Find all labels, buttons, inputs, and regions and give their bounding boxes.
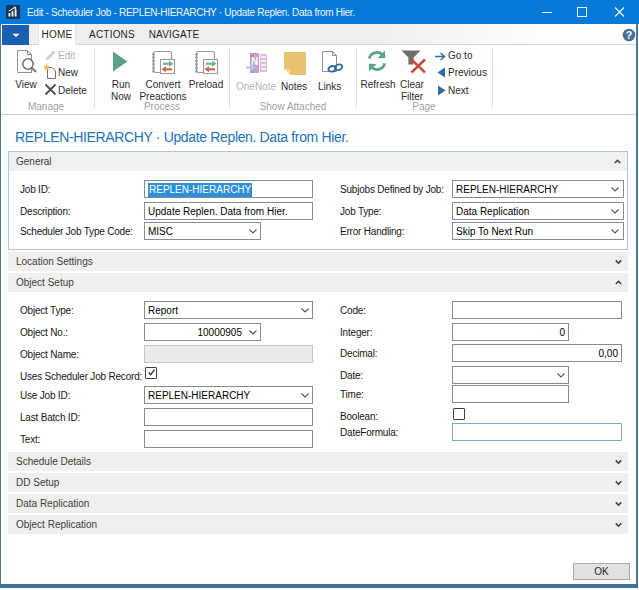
svg-text:?: ?	[626, 29, 632, 41]
